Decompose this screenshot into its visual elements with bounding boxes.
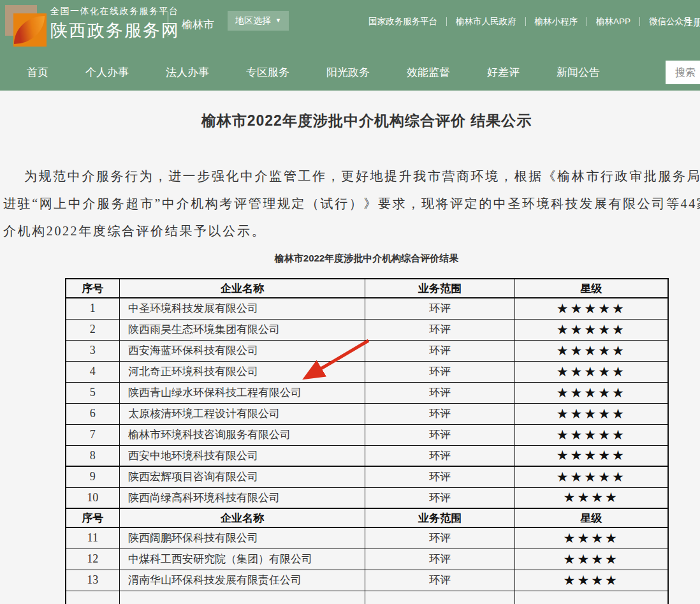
cell-company-name: 陕西雨昊生态环境集团有限公司 (120, 319, 365, 340)
cell-star-rating: ★★★★★ (515, 466, 668, 487)
paragraph-line: 进驻“网上中介服务超市”中介机构考评管理规定（试行）》要求，现将评定的中圣环境科… (3, 190, 700, 217)
table-row: 4河北奇正环境科技有限公司环评★★★★★ (66, 361, 668, 382)
logo-leaf-icon (14, 16, 45, 44)
top-link[interactable]: 榆林APP (587, 17, 640, 26)
region-select-button[interactable]: 地区选择 ▼ (228, 11, 289, 31)
cell-empty (515, 591, 668, 604)
cell-business-scope: 环评 (365, 487, 515, 508)
table-row: 7榆林市环境科技咨询服务有限公司环评★★★★★ (66, 424, 668, 445)
nav-item[interactable]: 法人办事 (166, 65, 209, 80)
table-row: 1中圣环境科技发展有限公司环评★★★★★ (66, 298, 668, 319)
top-links: 国家政务服务平台榆林市人民政府榆林小程序榆林APP微信公众号 (368, 17, 700, 26)
cell-serial-number: 12 (66, 549, 120, 570)
cell-serial-number: 3 (66, 340, 120, 361)
cell-serial-number: 1 (66, 298, 120, 319)
cell-business-scope: 环评 (365, 527, 515, 549)
table-row: 3西安海蓝环保科技有限公司环评★★★★★ (66, 340, 668, 361)
cell-business-scope: 环评 (365, 570, 515, 591)
cell-serial-number: 8 (66, 445, 120, 466)
platform-label: 全国一体化在线政务服务平台 (50, 6, 180, 17)
column-header: 企业名称 (120, 508, 365, 527)
cell-business-scope: 环评 (365, 466, 515, 487)
content-area: 榆林市2022年度涉批中介机构综合评价 结果公示 为规范中介服务行为，进一步强化… (0, 111, 700, 604)
cell-star-rating: ★★★★★ (515, 445, 668, 466)
cell-serial-number: 2 (66, 319, 120, 340)
cell-star-rating: ★★★★★ (515, 298, 668, 319)
cell-business-scope: 环评 (365, 382, 515, 403)
cell-business-scope: 环评 (365, 298, 515, 319)
site-name: 陕西政务服务网 (50, 19, 180, 42)
column-header: 业务范围 (365, 279, 515, 298)
cell-company-name: 西安中地环境科技有限公司 (120, 445, 365, 466)
site-header: 全国一体化在线政务服务平台 陕西政务服务网 榆林市 地区选择 ▼ 国家政务服务平… (0, 0, 700, 54)
cell-star-rating: ★★★★★ (515, 340, 668, 361)
cell-company-name: 榆林市环境科技咨询服务有限公司 (120, 424, 365, 445)
cell-company-name: 渭南华山环保科技发展有限责任公司 (120, 570, 365, 591)
table-row-partial (66, 591, 668, 604)
cell-star-rating: ★★★★★ (515, 382, 668, 403)
cell-empty (365, 591, 515, 604)
cell-company-name: 中煤科工西安研究院（集团）有限公司 (120, 549, 365, 570)
cell-company-name: 陕西青山绿水环保科技工程有限公司 (120, 382, 365, 403)
cell-star-rating: ★★★★ (515, 549, 668, 570)
region-select-label: 地区选择 (235, 15, 271, 27)
logo-orange-square (13, 13, 47, 47)
cell-star-rating: ★★★★★ (515, 403, 668, 424)
cell-business-scope: 环评 (365, 424, 515, 445)
cell-company-name: 中圣环境科技发展有限公司 (120, 298, 365, 319)
column-header: 企业名称 (120, 279, 365, 298)
top-link[interactable]: 榆林小程序 (526, 17, 588, 26)
cell-serial-number: 9 (66, 466, 120, 487)
column-header: 业务范围 (365, 508, 515, 527)
cell-company-name: 陕西宏辉项目咨询有限公司 (120, 466, 365, 487)
main-nav: 首页个人办事法人办事专区服务阳光政务效能监督好差评新闻公告 (0, 54, 700, 91)
cell-serial-number: 6 (66, 403, 120, 424)
column-header: 序号 (66, 508, 120, 527)
table-row: 13渭南华山环保科技发展有限责任公司环评★★★★ (66, 570, 668, 591)
page-title: 榆林市2022年度涉批中介机构综合评价 结果公示 (0, 111, 700, 131)
brand-block: 全国一体化在线政务服务平台 陕西政务服务网 (50, 6, 180, 42)
cell-serial-number: 11 (66, 527, 120, 549)
table-header-row: 序号企业名称业务范围星级 (66, 279, 668, 298)
announcement-paragraph: 为规范中介服务行为，进一步强化中介监管工作，更好地提升我市营商环境，根据《榆林市… (0, 163, 700, 245)
paragraph-line: 介机构2022年度综合评价结果予以公示。 (3, 217, 700, 245)
cell-business-scope: 环评 (365, 549, 515, 570)
cell-serial-number: 4 (66, 361, 120, 382)
table-row: 6太原核清环境工程设计有限公司环评★★★★★ (66, 403, 668, 424)
cell-business-scope: 环评 (365, 340, 515, 361)
top-link[interactable]: 国家政务服务平台 (368, 17, 447, 26)
current-city-label: 榆林市 (182, 17, 214, 32)
table-row: 2陕西雨昊生态环境集团有限公司环评★★★★★ (66, 319, 668, 340)
nav-item[interactable]: 首页 (27, 65, 48, 80)
cell-company-name: 太原核清环境工程设计有限公司 (120, 403, 365, 424)
register-link[interactable]: 注册 (683, 17, 700, 29)
table-row: 5陕西青山绿水环保科技工程有限公司环评★★★★★ (66, 382, 668, 403)
search-input[interactable] (666, 61, 700, 84)
cell-company-name: 西安海蓝环保科技有限公司 (120, 340, 365, 361)
cell-star-rating: ★★★★★ (515, 361, 668, 382)
nav-item[interactable]: 效能监督 (407, 65, 450, 80)
top-link[interactable]: 榆林市人民政府 (447, 17, 526, 26)
site-logo (5, 5, 47, 47)
cell-company-name: 陕西尚绿高科环境科技有限公司 (120, 487, 365, 508)
evaluation-table: 序号企业名称业务范围星级1中圣环境科技发展有限公司环评★★★★★2陕西雨昊生态环… (65, 278, 669, 604)
cell-serial-number: 5 (66, 382, 120, 403)
nav-item[interactable]: 阳光政务 (326, 65, 370, 80)
cell-star-rating: ★★★★ (515, 570, 668, 591)
cell-business-scope: 环评 (365, 445, 515, 466)
cell-company-name: 河北奇正环境科技有限公司 (120, 361, 365, 382)
cell-star-rating: ★★★★ (515, 487, 668, 508)
nav-item[interactable]: 新闻公告 (557, 65, 600, 80)
cell-empty (66, 591, 120, 604)
nav-item[interactable]: 专区服务 (246, 65, 289, 80)
evaluation-table-body: 序号企业名称业务范围星级1中圣环境科技发展有限公司环评★★★★★2陕西雨昊生态环… (66, 279, 668, 604)
cell-star-rating: ★★★★ (515, 527, 668, 549)
paragraph-line: 为规范中介服务行为，进一步强化中介监管工作，更好地提升我市营商环境，根据《榆林市… (3, 163, 700, 190)
column-header: 星级 (515, 279, 668, 298)
cell-star-rating: ★★★★★ (515, 424, 668, 445)
nav-list: 首页个人办事法人办事专区服务阳光政务效能监督好差评新闻公告 (27, 65, 637, 80)
table-row: 8西安中地环境科技有限公司环评★★★★★ (66, 445, 668, 466)
nav-item[interactable]: 好差评 (487, 65, 520, 80)
table-row: 12中煤科工西安研究院（集团）有限公司环评★★★★ (66, 549, 668, 570)
nav-item[interactable]: 个人办事 (85, 65, 129, 80)
